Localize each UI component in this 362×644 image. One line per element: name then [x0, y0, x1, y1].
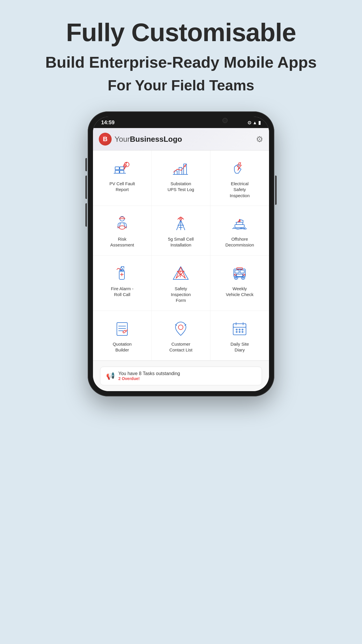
grid-item-customer-contact[interactable]: CustomerContact List: [152, 311, 210, 360]
notification-area: 📢 You have 8 Tasks outstanding 2 Overdue…: [93, 360, 269, 391]
wifi-icon: ⊙: [247, 120, 251, 125]
hero-sub2: For Your Field Teams: [108, 77, 254, 94]
svg-point-71: [239, 329, 240, 330]
pv-cell-label: PV Cell FaultReport: [109, 181, 135, 193]
grid-item-offshore[interactable]: OffshoreDecommission: [210, 206, 269, 256]
svg-point-73: [236, 331, 237, 332]
svg-rect-50: [240, 270, 244, 273]
svg-point-17: [119, 226, 125, 229]
svg-marker-11: [184, 164, 186, 167]
svg-rect-49: [235, 270, 239, 273]
svg-rect-0: [115, 167, 119, 170]
substation-ups-icon: [171, 159, 190, 177]
customer-contact-icon: [171, 319, 190, 338]
svg-line-19: [125, 227, 127, 228]
substation-ups-label: SubstationUPS Test Log: [168, 181, 194, 193]
svg-point-56: [236, 277, 237, 278]
status-time: 14:59: [101, 120, 115, 126]
svg-point-72: [242, 329, 243, 330]
svg-line-18: [117, 227, 119, 228]
pv-cell-icon: [113, 159, 131, 177]
svg-point-74: [239, 331, 240, 332]
svg-line-28: [242, 222, 243, 225]
grid-item-pv-cell[interactable]: PV Cell FaultReport: [93, 150, 152, 206]
svg-line-40: [117, 268, 118, 270]
svg-point-70: [236, 329, 237, 330]
grid-item-weekly-vehicle[interactable]: WeeklyVehicle Check: [210, 256, 269, 311]
svg-rect-3: [120, 170, 124, 173]
svg-point-25: [180, 218, 182, 220]
svg-line-39: [118, 268, 121, 270]
grid-item-substation-ups[interactable]: SubstationUPS Test Log: [152, 150, 210, 206]
svg-rect-68: [233, 324, 246, 327]
battery-icon: ▮: [258, 120, 261, 125]
status-icons: ⊙ ▴ ▮: [247, 120, 261, 125]
5g-cell-label: 5g Small CellInstallation: [168, 236, 194, 248]
hero-subtitle: Build Enterprise-Ready Mobile Apps: [45, 53, 317, 71]
grid-item-daily-site[interactable]: Daily SiteDiary: [210, 311, 269, 360]
quotation-label: QuotationBuilder: [113, 341, 132, 353]
app-grid: PV Cell FaultReport SubstationUPS Test L…: [93, 150, 269, 360]
app-header: B YourBusinessLogo ⚙: [93, 128, 269, 150]
5g-cell-icon: [171, 214, 190, 233]
risk-assessment-icon: [113, 214, 131, 233]
phone-shell: 14:59 ⊙ ▴ ▮ B YourBusinessLogo ⚙: [88, 111, 274, 396]
grid-item-quotation[interactable]: QuotationBuilder: [93, 311, 152, 360]
daily-site-label: Daily SiteDiary: [231, 341, 249, 353]
electrical-safety-label: ElectricalSafetyInspection: [230, 181, 249, 199]
svg-rect-2: [115, 170, 119, 173]
svg-marker-44: [176, 267, 185, 278]
notification-overdue: 2 Overdue!: [118, 376, 180, 381]
notification-text-area: You have 8 Tasks outstanding 2 Overdue!: [118, 371, 180, 381]
safety-inspection-label: SafetyInspectionForm: [171, 286, 191, 304]
fire-alarm-label: Fire Alarm -Roll Call: [111, 286, 133, 298]
weekly-vehicle-label: WeeklyVehicle Check: [226, 286, 254, 298]
daily-site-icon: [230, 319, 249, 338]
notification-icon: 📢: [106, 372, 115, 380]
notification-bubble[interactable]: 📢 You have 8 Tasks outstanding 2 Overdue…: [100, 367, 262, 385]
safety-inspection-icon: [171, 264, 190, 282]
offshore-icon: [230, 214, 249, 233]
settings-icon[interactable]: ⚙: [256, 134, 263, 144]
svg-marker-43: [173, 267, 188, 279]
svg-rect-59: [117, 323, 127, 335]
svg-line-27: [236, 222, 237, 225]
status-bar: 14:59 ⊙ ▴ ▮: [93, 117, 269, 128]
logo-normal: Your: [115, 135, 130, 144]
svg-point-57: [242, 277, 244, 278]
weekly-vehicle-icon: [230, 264, 249, 282]
grid-item-safety-inspection[interactable]: SafetyInspectionForm: [152, 256, 210, 311]
notification-text: You have 8 Tasks outstanding: [118, 371, 180, 376]
svg-rect-26: [235, 225, 244, 228]
grid-item-electrical-safety[interactable]: ElectricalSafetyInspection: [210, 150, 269, 206]
logo-icon: B: [99, 133, 112, 146]
phone-screen: 14:59 ⊙ ▴ ▮ B YourBusinessLogo ⚙: [93, 117, 269, 391]
logo-text: YourBusinessLogo: [115, 135, 182, 144]
hero-title: Fully Customisable: [66, 18, 296, 47]
logo-bold: BusinessLogo: [130, 135, 182, 144]
grid-item-5g-cell[interactable]: 5g Small CellInstallation: [152, 206, 210, 256]
svg-rect-8: [179, 167, 182, 174]
svg-point-64: [178, 325, 183, 330]
customer-contact-label: CustomerContact List: [169, 341, 192, 353]
fire-alarm-icon: [113, 264, 131, 282]
offshore-label: OffshoreDecommission: [225, 236, 254, 248]
risk-assessment-label: RiskAssessment: [110, 236, 134, 248]
quotation-icon: [113, 319, 131, 338]
grid-item-risk-assessment[interactable]: RiskAssessment: [93, 206, 152, 256]
svg-point-75: [242, 331, 243, 332]
signal-icon: ▴: [254, 120, 256, 125]
svg-rect-1: [120, 167, 124, 170]
grid-item-fire-alarm[interactable]: Fire Alarm -Roll Call: [93, 256, 152, 311]
electrical-safety-icon: [230, 159, 249, 177]
logo-area: B YourBusinessLogo: [99, 133, 182, 146]
